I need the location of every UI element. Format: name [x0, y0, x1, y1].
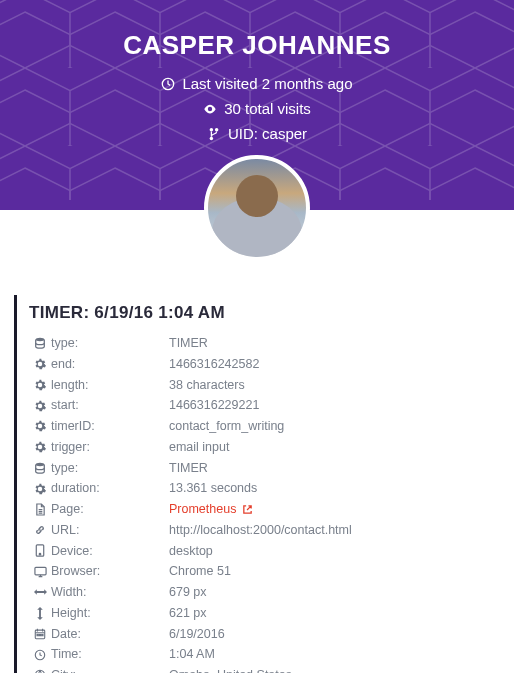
detail-label: Width: [51, 583, 169, 602]
detail-row: timerID:contact_form_writing [29, 416, 500, 437]
detail-row: Width:679 px [29, 582, 500, 603]
detail-row: URL:http://localhost:2000/contact.html [29, 520, 500, 541]
detail-label: URL: [51, 521, 169, 540]
detail-value: 1:04 AM [169, 645, 215, 664]
event-card: TIMER: 6/19/16 1:04 AM type:TIMERend:146… [0, 295, 514, 673]
file-icon [29, 503, 51, 516]
svg-point-3 [215, 127, 219, 131]
last-visited-line: Last visited 2 months ago [20, 75, 494, 92]
panel-title: TIMER: 6/19/16 1:04 AM [29, 303, 500, 323]
detail-label: Height: [51, 604, 169, 623]
total-visits-line: 30 total visits [20, 100, 494, 117]
calendar-icon [29, 628, 51, 640]
detail-row: duration:13.361 seconds [29, 478, 500, 499]
detail-value: 621 px [169, 604, 207, 623]
profile-name: CASPER JOHANNES [20, 30, 494, 61]
detail-row: Date:6/19/2016 [29, 624, 500, 645]
branch-icon [207, 127, 221, 141]
detail-value: 679 px [169, 583, 207, 602]
svg-point-6 [36, 463, 45, 466]
link-icon [29, 524, 51, 536]
detail-label: Date: [51, 625, 169, 644]
detail-value: http://localhost:2000/contact.html [169, 521, 352, 540]
svg-point-5 [36, 338, 45, 341]
avatar [204, 155, 310, 261]
detail-row: length:38 characters [29, 375, 500, 396]
detail-label: Device: [51, 542, 169, 561]
detail-row: Page:Prometheus [29, 499, 500, 520]
detail-label: Time: [51, 645, 169, 664]
detail-rows: type:TIMERend:1466316242582length:38 cha… [29, 333, 500, 673]
svg-point-8 [39, 554, 40, 555]
gear-icon [29, 483, 51, 495]
uid-text: UID: casper [228, 125, 307, 142]
avatar-container [0, 155, 514, 265]
detail-label: Page: [51, 500, 169, 519]
svg-rect-13 [42, 634, 43, 635]
detail-label: end: [51, 355, 169, 374]
detail-row: end:1466316242582 [29, 354, 500, 375]
gear-icon [29, 379, 51, 391]
gear-icon [29, 441, 51, 453]
detail-label: City: [51, 666, 169, 673]
mobile-icon [29, 544, 51, 557]
svg-rect-12 [39, 634, 40, 635]
detail-row: type:TIMER [29, 333, 500, 354]
total-visits-text: 30 total visits [224, 100, 311, 117]
desktop-icon [29, 566, 51, 578]
detail-label: trigger: [51, 438, 169, 457]
detail-value: 1466316242582 [169, 355, 259, 374]
detail-row: trigger:email input [29, 437, 500, 458]
detail-value: 6/19/2016 [169, 625, 225, 644]
svg-rect-9 [34, 567, 45, 574]
detail-label: duration: [51, 479, 169, 498]
detail-value: Omaha, United States [169, 666, 292, 673]
detail-label: length: [51, 376, 169, 395]
detail-row: Height:621 px [29, 603, 500, 624]
detail-value: 38 characters [169, 376, 245, 395]
gear-icon [29, 420, 51, 432]
detail-label: type: [51, 334, 169, 353]
db-icon [29, 462, 51, 474]
arrows-h-icon [29, 587, 51, 597]
detail-row: type:TIMER [29, 458, 500, 479]
svg-point-2 [210, 127, 214, 131]
detail-value: TIMER [169, 334, 208, 353]
gear-icon [29, 400, 51, 412]
clock-icon [161, 77, 175, 91]
event-panel: TIMER: 6/19/16 1:04 AM type:TIMERend:146… [14, 295, 500, 673]
detail-value: 1466316229221 [169, 396, 259, 415]
uid-line: UID: casper [20, 125, 494, 142]
clock-icon [29, 649, 51, 661]
detail-row: Device:desktop [29, 541, 500, 562]
external-link-icon [242, 504, 253, 515]
detail-value: desktop [169, 542, 213, 561]
detail-row: City:Omaha, United States [29, 665, 500, 673]
detail-row: Browser:Chrome 51 [29, 561, 500, 582]
detail-value: TIMER [169, 459, 208, 478]
arrows-v-icon [29, 607, 51, 620]
detail-value: Chrome 51 [169, 562, 231, 581]
detail-row: Time:1:04 AM [29, 644, 500, 665]
svg-point-4 [210, 136, 214, 140]
page-link[interactable]: Prometheus [169, 500, 253, 519]
detail-value: contact_form_writing [169, 417, 284, 436]
detail-label: start: [51, 396, 169, 415]
gear-icon [29, 358, 51, 370]
svg-rect-11 [37, 634, 38, 635]
last-visited-text: Last visited 2 months ago [182, 75, 352, 92]
detail-value: email input [169, 438, 229, 457]
detail-label: Browser: [51, 562, 169, 581]
eye-icon [203, 102, 217, 116]
detail-row: start:1466316229221 [29, 395, 500, 416]
detail-value: 13.361 seconds [169, 479, 257, 498]
db-icon [29, 337, 51, 349]
detail-label: timerID: [51, 417, 169, 436]
globe-icon [29, 669, 51, 673]
detail-label: type: [51, 459, 169, 478]
